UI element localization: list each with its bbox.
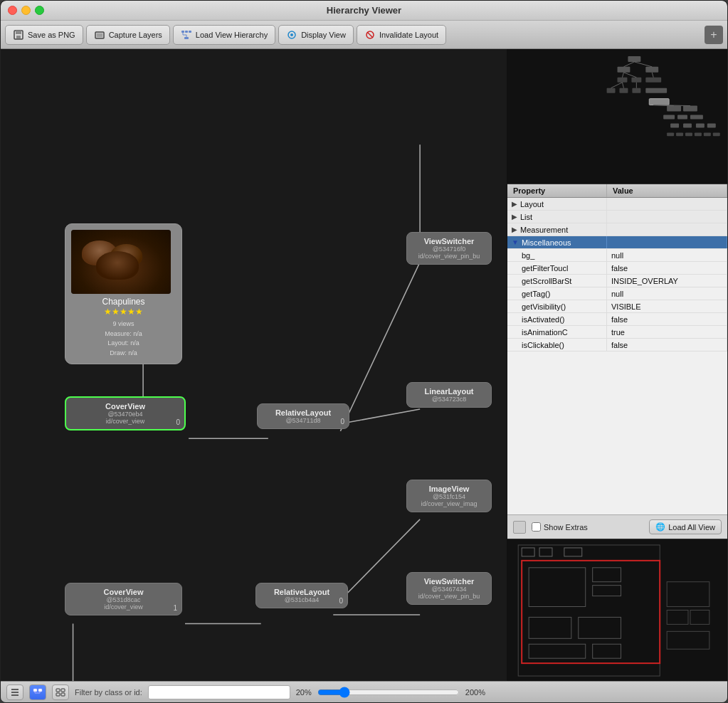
- load-hierarchy-button[interactable]: Load View Hierarchy: [173, 25, 275, 45]
- cover-view-node-1[interactable]: CoverView @53470eb4 id/cover_view 0: [65, 396, 186, 430]
- cover-view-node-2[interactable]: CoverView @531d8cac id/cover_view 1: [65, 583, 182, 615]
- svg-rect-51: [677, 115, 687, 120]
- preview-card: Chapulines ★★★★★ 9 views Measure: n/a La…: [65, 223, 182, 364]
- relative-layout-node-2[interactable]: RelativeLayout @531cb4a4 0: [255, 583, 348, 608]
- svg-rect-27: [628, 56, 640, 62]
- svg-rect-34: [645, 78, 661, 83]
- category-layout[interactable]: ▶ Layout: [507, 198, 727, 211]
- zoom-slider[interactable]: [317, 687, 460, 698]
- capture-layers-button[interactable]: Capture Layers: [86, 25, 170, 45]
- prop-row-clickable[interactable]: isClickable() false: [507, 339, 727, 352]
- relative-layout-node-1[interactable]: RelativeLayout @534711d8 0: [257, 403, 349, 429]
- svg-point-14: [290, 33, 293, 36]
- globe-icon: 🌐: [655, 522, 665, 532]
- prop-row-visibility[interactable]: getVisibility() VISIBLE: [507, 300, 727, 313]
- invalidate-layout-label: Invalidate Layout: [379, 31, 438, 39]
- maximize-button[interactable]: [35, 6, 44, 15]
- show-extras-checkbox[interactable]: [532, 522, 541, 532]
- main-area: Chapulines ★★★★★ 9 views Measure: n/a La…: [1, 49, 727, 681]
- prop-row-filter-touch[interactable]: getFilterToucl false: [507, 262, 727, 275]
- svg-rect-50: [663, 115, 675, 120]
- list-arrow-icon: ▶: [512, 213, 517, 221]
- svg-rect-38: [607, 88, 616, 93]
- svg-rect-29: [645, 67, 658, 73]
- hierarchy-icon: [181, 29, 192, 41]
- prop-row-activated[interactable]: isActivated() false: [507, 313, 727, 326]
- hierarchy-canvas[interactable]: Chapulines ★★★★★ 9 views Measure: n/a La…: [1, 49, 507, 681]
- svg-rect-45: [649, 99, 669, 105]
- svg-line-16: [367, 32, 373, 38]
- grid-view-button[interactable]: [52, 684, 69, 700]
- capture-layers-label: Capture Layers: [109, 31, 162, 39]
- svg-rect-62: [713, 132, 720, 136]
- svg-rect-84: [38, 689, 42, 692]
- prop-row-scroll-bar[interactable]: getScrollBarSt INSIDE_OVERLAY: [507, 275, 727, 287]
- category-measurement[interactable]: ▶ Measurement: [507, 223, 727, 236]
- image-view-node[interactable]: ImageView @531fc154 id/cover_view_imag: [406, 480, 492, 512]
- svg-rect-1: [16, 31, 21, 34]
- toolbar: Save as PNG Capture Layers Load View Hie…: [1, 21, 727, 49]
- color-swatch[interactable]: [513, 521, 526, 534]
- svg-rect-33: [631, 78, 641, 83]
- capture-icon: [94, 29, 105, 41]
- close-button[interactable]: [8, 6, 17, 15]
- traffic-lights: [1, 6, 44, 15]
- svg-rect-55: [696, 123, 705, 127]
- category-miscellaneous[interactable]: ▼ Miscellaneous: [507, 236, 727, 249]
- zoom-min-label: 20%: [296, 688, 312, 697]
- svg-rect-7: [185, 31, 188, 33]
- svg-rect-5: [97, 33, 102, 37]
- svg-rect-60: [695, 132, 702, 136]
- display-view-button[interactable]: Display View: [278, 25, 354, 45]
- prop-row-animation[interactable]: isAnimationC true: [507, 326, 727, 339]
- svg-rect-57: [667, 132, 674, 136]
- svg-line-18: [340, 409, 420, 424]
- svg-rect-41: [645, 88, 667, 93]
- mini-tree-view[interactable]: [507, 49, 727, 184]
- show-extras-wrap: Show Extras: [532, 522, 588, 532]
- svg-rect-88: [56, 689, 60, 692]
- filter-input[interactable]: [148, 685, 290, 699]
- prop-row-tag[interactable]: getTag() null: [507, 287, 727, 300]
- save-icon: [13, 29, 24, 41]
- prop-row-bg[interactable]: bg_ null: [507, 249, 727, 262]
- svg-rect-56: [707, 123, 716, 127]
- property-col-header: Property: [507, 184, 607, 197]
- svg-rect-6: [181, 31, 184, 33]
- props-header: Property Value: [507, 184, 727, 198]
- statusbar: Filter by class or id: 20% 200%: [1, 681, 727, 702]
- svg-rect-8: [189, 31, 191, 33]
- zoom-max-label: 200%: [465, 688, 485, 697]
- invalidate-layout-button[interactable]: Invalidate Layout: [357, 25, 446, 45]
- measurement-arrow-icon: ▶: [512, 226, 517, 233]
- preview-image: [71, 230, 171, 294]
- window-title: Hierarchy Viewer: [327, 5, 401, 16]
- main-window: Hierarchy Viewer Save as PNG Capture Lay…: [0, 0, 728, 703]
- layout-arrow-icon: ▶: [512, 200, 517, 208]
- props-body[interactable]: ▶ Layout ▶ List: [507, 198, 727, 514]
- load-all-view-button[interactable]: 🌐 Load All View: [649, 519, 722, 534]
- display-view-label: Display View: [301, 31, 346, 39]
- view-switcher-node-2[interactable]: ViewSwitcher @53467434 id/cover_view_pin…: [406, 572, 492, 605]
- svg-rect-91: [61, 693, 65, 696]
- show-extras-label: Show Extras: [544, 523, 588, 532]
- list-view-button[interactable]: [6, 684, 23, 700]
- svg-rect-83: [33, 689, 37, 692]
- svg-rect-32: [618, 78, 628, 83]
- properties-panel: Property Value ▶ Layout: [507, 184, 727, 681]
- preview-info: 9 views Measure: n/a Layout: n/a Draw: n…: [71, 319, 176, 358]
- right-panel: Property Value ▶ Layout: [507, 49, 727, 681]
- save-png-button[interactable]: Save as PNG: [5, 25, 83, 45]
- tree-view-button[interactable]: [29, 684, 46, 700]
- svg-rect-58: [676, 132, 683, 136]
- minimize-button[interactable]: [21, 6, 31, 15]
- svg-rect-12: [184, 37, 189, 39]
- titlebar: Hierarchy Viewer: [1, 1, 727, 21]
- linear-layout-node[interactable]: LinearLayout @534723c8: [406, 382, 492, 408]
- svg-rect-61: [704, 132, 711, 136]
- bottom-preview: [507, 539, 727, 681]
- more-options-button[interactable]: +: [705, 26, 723, 44]
- value-col-header: Value: [607, 184, 727, 197]
- category-list[interactable]: ▶ List: [507, 211, 727, 223]
- view-switcher-node-1[interactable]: ViewSwitcher @534716f0 id/cover_view_pin…: [406, 232, 492, 265]
